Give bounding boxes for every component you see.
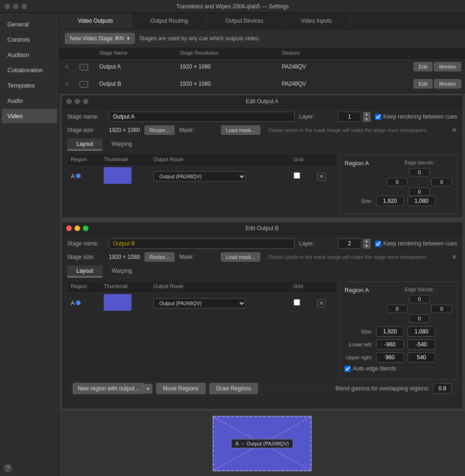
panel-b-close[interactable] bbox=[66, 225, 72, 231]
grid-checkbox-b1[interactable] bbox=[294, 299, 300, 306]
panel-b-traffic-lights[interactable] bbox=[66, 225, 88, 231]
remove-region-b1[interactable]: ✕ bbox=[317, 299, 326, 307]
layer-stepper-a[interactable]: ▲ ▼ bbox=[363, 112, 371, 122]
mask-description-a: Darker pixels in the mask image will mak… bbox=[265, 127, 447, 133]
auto-edge-checkbox-b[interactable] bbox=[345, 366, 351, 372]
tab-video-inputs[interactable]: Video Inputs bbox=[283, 13, 351, 29]
col-grid-a: Grid bbox=[290, 155, 314, 164]
maximize-button[interactable] bbox=[21, 4, 27, 9]
layer-label-b: Layer: bbox=[299, 240, 336, 247]
panel-a-close[interactable] bbox=[66, 99, 72, 104]
monitor-a-button[interactable]: Monitor bbox=[434, 62, 461, 71]
panel-a-max[interactable] bbox=[83, 99, 88, 104]
edge-right-a[interactable] bbox=[431, 178, 452, 186]
table-row[interactable]: ≡ ▪ Output B 1920 × 1080 PA248QV Edit Mo… bbox=[59, 75, 465, 93]
stage-name-input-b[interactable] bbox=[109, 238, 295, 249]
section-tabs-a: Layout Warping bbox=[67, 138, 457, 151]
mask-close-b[interactable]: ✕ bbox=[452, 253, 457, 261]
layer-down-a[interactable]: ▼ bbox=[363, 117, 371, 122]
stage-name-input-a[interactable] bbox=[109, 112, 295, 122]
sidebar-item-templates[interactable]: Templates bbox=[2, 78, 57, 93]
size-w-b[interactable] bbox=[376, 326, 404, 337]
size-w-a[interactable] bbox=[376, 196, 404, 206]
layout-tab-b[interactable]: Layout bbox=[67, 265, 102, 277]
region-letter-a1: A bbox=[71, 173, 74, 180]
blend-gamma-label: Blend gamma for overlapping regions: bbox=[335, 385, 429, 392]
panel-a-traffic-lights[interactable] bbox=[66, 99, 88, 104]
output-route-select-b1[interactable]: Output (PA248QV) bbox=[153, 298, 246, 308]
edge-right-b[interactable] bbox=[431, 305, 452, 313]
new-region-dropdown[interactable]: New region with output... ▾ bbox=[73, 383, 152, 394]
size-h-a[interactable] bbox=[408, 196, 435, 206]
edge-left-a[interactable] bbox=[387, 178, 408, 186]
size-h-b[interactable] bbox=[408, 326, 435, 337]
remove-region-a1[interactable]: ✕ bbox=[317, 172, 326, 181]
minimize-button[interactable] bbox=[13, 4, 19, 9]
edge-left-b[interactable] bbox=[387, 305, 408, 313]
stage-size-row-a: Stage size: 1920 × 1080 Resize... Mask: … bbox=[67, 125, 457, 135]
new-region-arrow[interactable]: ▾ bbox=[144, 384, 152, 394]
close-button[interactable] bbox=[5, 4, 10, 9]
layout-tab-a[interactable]: Layout bbox=[67, 138, 102, 150]
edit-b-button[interactable]: Edit bbox=[414, 79, 433, 88]
new-region-button[interactable]: New region with output... bbox=[73, 383, 144, 394]
tab-video-outputs[interactable]: Video Outputs bbox=[59, 13, 132, 29]
col-grid-b: Grid bbox=[290, 282, 314, 291]
table-row[interactable]: ≡ ▪ Output A 1920 × 1080 PA248QV Edit Mo… bbox=[59, 58, 465, 75]
grid-checkbox-a1[interactable] bbox=[294, 172, 300, 179]
keep-rendering-checkbox-b[interactable] bbox=[375, 241, 381, 247]
draw-regions-button[interactable]: Draw Regions bbox=[209, 383, 258, 394]
layer-up-a[interactable]: ▲ bbox=[363, 112, 371, 117]
layer-input-b[interactable] bbox=[338, 238, 361, 249]
edge-bottom-a[interactable] bbox=[409, 188, 430, 196]
edit-a-button[interactable]: Edit bbox=[414, 62, 433, 71]
load-mask-button-a[interactable]: Load mask... bbox=[221, 125, 260, 135]
resize-button-a[interactable]: Resize... bbox=[145, 125, 175, 135]
edge-top-b[interactable] bbox=[409, 295, 430, 303]
monitor-b-button[interactable]: Monitor bbox=[434, 79, 461, 88]
sidebar-item-controls[interactable]: Controls bbox=[2, 32, 57, 47]
sidebar-item-collaboration[interactable]: Collaboration bbox=[2, 63, 57, 77]
tab-output-routing[interactable]: Output Routing bbox=[132, 13, 207, 29]
load-mask-button-b[interactable]: Load mask... bbox=[221, 252, 260, 262]
new-video-stage-button[interactable]: New Video Stage ⌘N ▾ bbox=[65, 33, 135, 44]
panel-b-min[interactable] bbox=[75, 225, 80, 231]
sidebar-item-audition[interactable]: Audition bbox=[2, 48, 57, 62]
col-thumbnail-a: Thumbnail bbox=[100, 155, 150, 164]
layer-down-b[interactable]: ▼ bbox=[363, 244, 371, 249]
warping-tab-b[interactable]: Warping bbox=[102, 265, 141, 277]
edge-top-a[interactable] bbox=[409, 168, 430, 176]
col-region-a: Region bbox=[67, 155, 100, 164]
blend-gamma-input[interactable] bbox=[433, 383, 452, 394]
lower-left-y-b[interactable] bbox=[408, 339, 435, 350]
sidebar-item-video[interactable]: Video bbox=[2, 109, 57, 123]
keep-rendering-a[interactable]: Keep rendering between cues bbox=[375, 113, 457, 120]
lower-left-x-b[interactable] bbox=[376, 339, 404, 350]
mask-close-a[interactable]: ✕ bbox=[452, 126, 457, 134]
upper-right-row-b: Upper right: bbox=[345, 352, 452, 363]
move-regions-button[interactable]: Move Regions bbox=[156, 383, 206, 394]
keep-rendering-checkbox-a[interactable] bbox=[375, 114, 381, 120]
edge-bottom-b[interactable] bbox=[409, 314, 430, 323]
upper-right-y-b[interactable] bbox=[408, 352, 435, 363]
sidebar-item-audio[interactable]: Audio bbox=[2, 94, 57, 108]
stage-name-label-b: Stage name: bbox=[67, 240, 104, 247]
layer-input-a[interactable] bbox=[338, 112, 361, 122]
layer-up-b[interactable]: ▲ bbox=[363, 239, 371, 244]
traffic-lights[interactable] bbox=[5, 4, 27, 9]
panel-b-max[interactable] bbox=[83, 225, 88, 231]
sidebar-item-general[interactable]: General bbox=[2, 17, 57, 31]
resize-button-b[interactable]: Resize... bbox=[145, 252, 175, 262]
tab-output-devices[interactable]: Output Devices bbox=[207, 13, 283, 29]
upper-right-x-b[interactable] bbox=[376, 352, 404, 363]
output-route-select-a1[interactable]: Output (PA248QV) bbox=[153, 171, 246, 182]
edit-output-b-body: Stage name: Layer: ▲ ▼ Keep rendering be… bbox=[62, 235, 463, 401]
stage-canvas: A → Output (PA248QV) bbox=[213, 416, 312, 471]
panel-a-min[interactable] bbox=[75, 99, 80, 104]
warping-tab-a[interactable]: Warping bbox=[102, 138, 141, 150]
edit-output-a-header: Edit Output A bbox=[62, 95, 463, 108]
keep-rendering-b[interactable]: Keep rendering between cues bbox=[375, 240, 457, 247]
layer-stepper-b[interactable]: ▲ ▼ bbox=[363, 239, 371, 249]
auto-edge-blends-b[interactable]: Auto edge blends bbox=[345, 365, 396, 372]
col-output-route-a: Output Route bbox=[150, 155, 290, 164]
